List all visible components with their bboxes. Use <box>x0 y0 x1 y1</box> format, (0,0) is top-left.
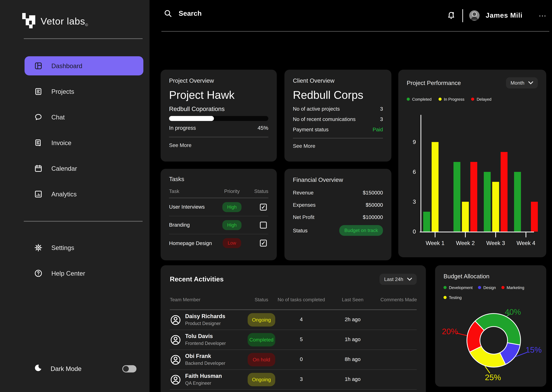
legend-dot <box>438 98 442 101</box>
search-placeholder: Search <box>179 10 202 18</box>
calendar-icon <box>34 164 43 173</box>
task-checkbox[interactable] <box>260 240 267 246</box>
task-checkbox[interactable] <box>260 222 267 228</box>
dashboard-app: Vetor labs© Dashboard Projects <box>0 0 552 392</box>
x-axis-label: Week 4 <box>513 240 539 246</box>
financial-status-row: Status Budget on track <box>293 225 383 236</box>
recent-activities-card: Recent Activities Last 24h Team Member S… <box>161 265 426 392</box>
y-axis-tick-label: 3 <box>406 198 416 205</box>
card-title: Recent Activities <box>170 275 224 283</box>
financial-overview-card: Financial Overview Revenue$150000 Expens… <box>284 169 391 260</box>
x-axis-label: Week 1 <box>422 240 449 246</box>
legend-item: In Progress <box>438 97 464 101</box>
donut-chart: 40%15%25%20% <box>435 265 546 387</box>
legend-item: Delayed <box>471 97 491 101</box>
dashboard-icon <box>34 61 43 70</box>
table-row[interactable]: Obi FrankBackend DeveloperOn hold08h ago <box>170 350 417 370</box>
row-label: Revenue <box>293 190 313 196</box>
x-axis-tick <box>465 232 466 237</box>
client-overview-card: Client Overview Redbull Corps No of acti… <box>284 70 391 161</box>
x-axis-tick <box>526 232 526 237</box>
task-row: Branding High <box>169 216 268 234</box>
brand-logo: Vetor labs© <box>22 13 88 30</box>
see-more-link[interactable]: See More <box>169 142 268 148</box>
user-name[interactable]: James Mili <box>486 12 523 20</box>
tasks-header: Task Priority Status <box>169 188 268 194</box>
toggle-knob <box>123 366 129 371</box>
task-checkbox[interactable] <box>260 203 267 210</box>
sidebar-item-label: Settings <box>51 244 74 251</box>
topbar-right: James Mili ⋯ <box>446 0 547 31</box>
sidebar-item-help[interactable]: Help Center <box>25 264 143 283</box>
bar-delayed <box>470 162 477 231</box>
month-dropdown[interactable]: Month <box>506 77 538 88</box>
project-client: Redbull Coporations <box>169 106 268 112</box>
dark-mode-toggle[interactable] <box>122 365 137 372</box>
analytics-icon <box>34 189 43 199</box>
sidebar-item-analytics[interactable]: Analytics <box>25 184 143 204</box>
member-name: Tolu Davis <box>185 333 213 339</box>
table-row[interactable]: Faith HusmanQA EngineerOngoing31h ago <box>170 370 417 390</box>
legend-item: Completed <box>407 97 431 101</box>
donut-slice-label: 40% <box>505 308 521 316</box>
last-seen: 1h ago <box>337 336 368 342</box>
sidebar-divider-bottom <box>24 221 143 222</box>
brand-name: Vetor labs© <box>41 16 88 27</box>
member-role: QA Engineer <box>185 380 211 386</box>
tasks-completed: 3 <box>288 376 315 382</box>
projects-icon <box>34 87 43 96</box>
last-seen: 2h ago <box>337 316 368 322</box>
brand-logo-icon <box>22 13 35 30</box>
bar-in-progress <box>492 182 499 231</box>
sidebar-item-label: Help Center <box>51 270 85 277</box>
bar-completed <box>423 212 430 231</box>
sidebar-item-chat[interactable]: Chat <box>25 108 143 127</box>
bar-chart: 0369Week 1Week 2Week 3Week 4 <box>405 115 539 253</box>
avatar[interactable] <box>469 10 479 21</box>
sidebar-item-projects[interactable]: Projects <box>25 82 143 101</box>
sidebar-item-label: Invoice <box>51 139 72 147</box>
sidebar-item-label: Calendar <box>51 165 77 172</box>
financial-row: Expenses$50000 <box>293 202 383 208</box>
see-more-link[interactable]: See More <box>293 143 383 149</box>
legend-dot <box>471 98 474 101</box>
sidebar-divider-top <box>24 38 143 39</box>
time-filter-value: Last 24h <box>384 276 403 282</box>
progress-value: 45% <box>258 125 268 131</box>
table-body: Daisy RichardsProduct DesignerOngoing42h… <box>170 310 417 390</box>
member-role: Frontend Developer <box>185 341 226 346</box>
chevron-down-icon <box>407 278 412 281</box>
status-badge: On hold <box>248 353 275 366</box>
sidebar-item-invoice[interactable]: Invoice <box>25 133 143 152</box>
x-axis-tick <box>435 232 436 237</box>
question-circle-icon <box>34 269 43 278</box>
row-label: Expenses <box>293 202 316 208</box>
notification-bell-icon[interactable] <box>446 11 456 21</box>
donut-slice-label: 15% <box>526 345 542 354</box>
priority-badge: Low <box>223 238 241 248</box>
chevron-down-icon <box>528 81 533 84</box>
sidebar-item-calendar[interactable]: Calendar <box>25 159 143 178</box>
status-badge: Ongoing <box>248 373 275 386</box>
card-title: Project Performance <box>407 79 461 86</box>
status-badge: Budget on track <box>339 225 383 236</box>
progress-row: In progress 45% <box>169 125 268 131</box>
row-value: $50000 <box>366 202 383 208</box>
table-row[interactable]: Daisy RichardsProduct DesignerOngoing42h… <box>170 310 417 330</box>
sidebar-item-settings[interactable]: Settings <box>25 238 143 257</box>
time-filter-dropdown[interactable]: Last 24h <box>379 274 417 285</box>
row-label: Payment status <box>293 127 328 133</box>
search-input[interactable]: Search <box>164 9 202 18</box>
y-axis-line <box>421 115 421 232</box>
bar-completed <box>453 162 460 231</box>
sidebar-item-dashboard[interactable]: Dashboard <box>25 56 143 75</box>
sidebar-footer-nav: Settings Help Center <box>0 238 150 289</box>
table-row[interactable]: Tolu DavisFrontend DeveloperCompleted51h… <box>170 330 417 350</box>
tasks-card: Tasks Task Priority Status User Intervie… <box>161 169 277 260</box>
topbar-divider <box>161 31 549 32</box>
tasks-completed: 0 <box>288 356 315 362</box>
sidebar-item-label: Chat <box>51 113 65 121</box>
legend-dot <box>407 98 410 101</box>
bar-delayed <box>531 202 538 231</box>
more-options-icon[interactable]: ⋯ <box>538 11 547 20</box>
